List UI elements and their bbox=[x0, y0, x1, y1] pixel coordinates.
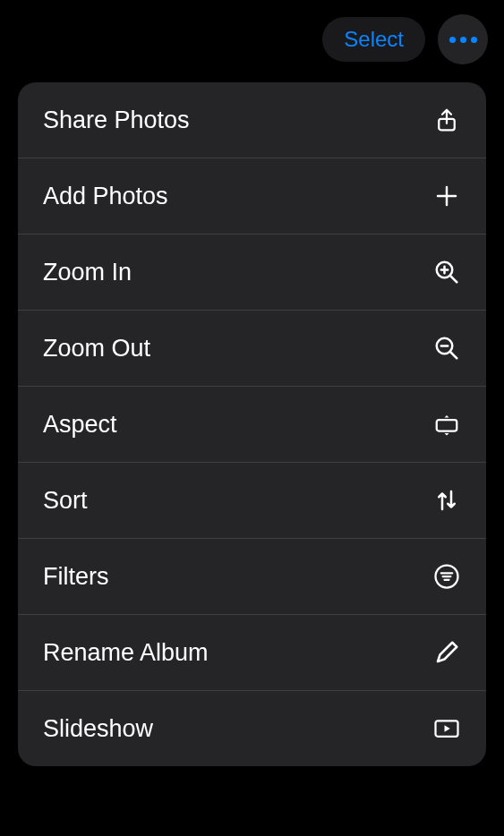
svg-rect-3 bbox=[437, 420, 457, 431]
more-button[interactable] bbox=[438, 14, 488, 64]
top-toolbar: Select bbox=[0, 0, 504, 79]
menu-item-zoom-in[interactable]: Zoom In bbox=[18, 235, 486, 311]
ellipsis-icon bbox=[449, 37, 477, 43]
share-icon bbox=[432, 106, 461, 134]
menu-item-label: Zoom In bbox=[43, 259, 132, 286]
menu-item-share-photos[interactable]: Share Photos bbox=[18, 82, 486, 158]
plus-icon bbox=[432, 182, 461, 210]
menu-item-rename-album[interactable]: Rename Album bbox=[18, 615, 486, 691]
menu-item-zoom-out[interactable]: Zoom Out bbox=[18, 311, 486, 387]
menu-item-slideshow[interactable]: Slideshow bbox=[18, 691, 486, 766]
filters-icon bbox=[432, 562, 461, 591]
menu-item-aspect[interactable]: Aspect bbox=[18, 387, 486, 463]
aspect-icon bbox=[432, 410, 461, 439]
menu-item-label: Slideshow bbox=[43, 715, 153, 743]
menu-item-label: Aspect bbox=[43, 411, 117, 439]
menu-item-sort[interactable]: Sort bbox=[18, 463, 486, 539]
play-rect-icon bbox=[432, 714, 461, 743]
zoom-in-icon bbox=[432, 258, 461, 286]
menu-item-add-photos[interactable]: Add Photos bbox=[18, 158, 486, 235]
menu-item-label: Share Photos bbox=[43, 107, 190, 134]
context-menu: Share Photos Add Photos Zoom In Zoom Out bbox=[18, 82, 486, 766]
select-button[interactable]: Select bbox=[322, 17, 425, 62]
menu-item-filters[interactable]: Filters bbox=[18, 539, 486, 615]
sort-icon bbox=[432, 486, 461, 515]
menu-item-label: Rename Album bbox=[43, 639, 209, 667]
menu-item-label: Zoom Out bbox=[43, 335, 150, 363]
menu-item-label: Filters bbox=[43, 563, 109, 591]
zoom-out-icon bbox=[432, 334, 461, 363]
menu-item-label: Add Photos bbox=[43, 183, 168, 210]
pencil-icon bbox=[432, 638, 461, 667]
menu-item-label: Sort bbox=[43, 487, 88, 515]
